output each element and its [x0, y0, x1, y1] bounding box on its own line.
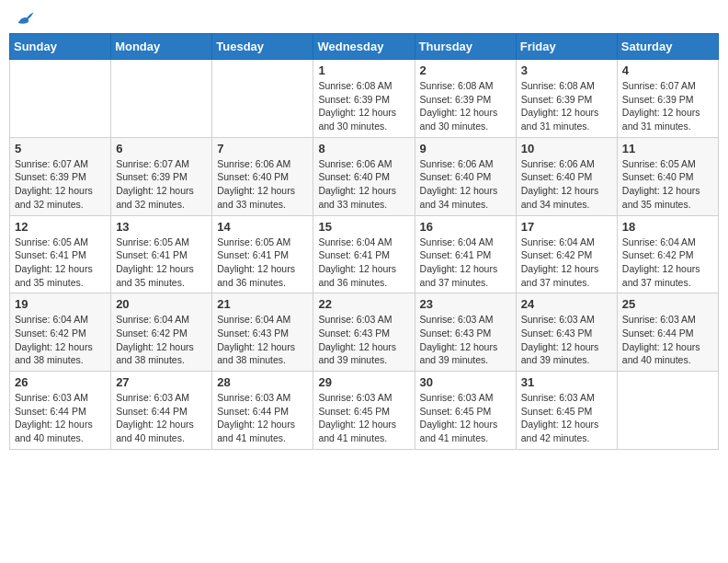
cell-content: Sunrise: 6:03 AMSunset: 6:44 PMDaylight:… — [217, 391, 308, 445]
calendar-cell — [10, 60, 111, 138]
day-number: 20 — [116, 297, 207, 311]
day-number: 13 — [116, 220, 207, 234]
calendar-cell: 15Sunrise: 6:04 AMSunset: 6:41 PMDayligh… — [313, 215, 415, 293]
logo — [13, 9, 35, 26]
calendar-cell: 2Sunrise: 6:08 AMSunset: 6:39 PMDaylight… — [415, 60, 516, 138]
calendar-cell: 21Sunrise: 6:04 AMSunset: 6:43 PMDayligh… — [212, 293, 313, 372]
cell-content: Sunrise: 6:03 AMSunset: 6:44 PMDaylight:… — [116, 391, 207, 445]
day-number: 27 — [116, 375, 207, 389]
header-sunday: Sunday — [10, 34, 111, 60]
header-tuesday: Tuesday — [212, 34, 313, 60]
cell-content: Sunrise: 6:06 AMSunset: 6:40 PMDaylight:… — [420, 157, 511, 212]
day-number: 9 — [420, 142, 511, 155]
header-saturday: Saturday — [617, 34, 718, 60]
cell-content: Sunrise: 6:04 AMSunset: 6:41 PMDaylight:… — [318, 236, 409, 290]
cell-content: Sunrise: 6:03 AMSunset: 6:45 PMDaylight:… — [318, 391, 409, 445]
day-number: 15 — [318, 220, 409, 234]
calendar-cell: 5Sunrise: 6:07 AMSunset: 6:39 PMDaylight… — [10, 137, 111, 215]
cell-content: Sunrise: 6:05 AMSunset: 6:41 PMDaylight:… — [116, 236, 207, 290]
cell-content: Sunrise: 6:04 AMSunset: 6:42 PMDaylight:… — [116, 313, 207, 367]
cell-content: Sunrise: 6:07 AMSunset: 6:39 PMDaylight:… — [622, 79, 713, 133]
calendar-week-row: 19Sunrise: 6:04 AMSunset: 6:42 PMDayligh… — [10, 293, 719, 372]
cell-content: Sunrise: 6:05 AMSunset: 6:41 PMDaylight:… — [217, 236, 308, 290]
calendar-cell: 20Sunrise: 6:04 AMSunset: 6:42 PMDayligh… — [111, 293, 212, 372]
cell-content: Sunrise: 6:03 AMSunset: 6:45 PMDaylight:… — [420, 391, 511, 445]
cell-content: Sunrise: 6:06 AMSunset: 6:40 PMDaylight:… — [521, 157, 612, 212]
calendar-cell: 18Sunrise: 6:04 AMSunset: 6:42 PMDayligh… — [617, 215, 718, 293]
cell-content: Sunrise: 6:08 AMSunset: 6:39 PMDaylight:… — [318, 79, 409, 133]
header-wednesday: Wednesday — [313, 34, 415, 60]
day-number: 22 — [318, 297, 409, 311]
cell-content: Sunrise: 6:07 AMSunset: 6:39 PMDaylight:… — [116, 157, 207, 212]
calendar-cell: 10Sunrise: 6:06 AMSunset: 6:40 PMDayligh… — [516, 137, 617, 215]
day-number: 17 — [521, 220, 612, 234]
day-number: 30 — [420, 375, 511, 389]
day-number: 7 — [217, 142, 308, 155]
cell-content: Sunrise: 6:05 AMSunset: 6:40 PMDaylight:… — [622, 157, 713, 212]
day-number: 21 — [217, 297, 308, 311]
calendar-cell: 6Sunrise: 6:07 AMSunset: 6:39 PMDaylight… — [111, 137, 212, 215]
calendar-cell — [111, 60, 212, 138]
day-number: 10 — [521, 142, 612, 155]
logo-bird-icon — [15, 9, 35, 29]
day-number: 2 — [420, 63, 511, 77]
cell-content: Sunrise: 6:03 AMSunset: 6:45 PMDaylight:… — [521, 391, 612, 445]
calendar-cell: 16Sunrise: 6:04 AMSunset: 6:41 PMDayligh… — [415, 215, 516, 293]
calendar-cell: 14Sunrise: 6:05 AMSunset: 6:41 PMDayligh… — [212, 215, 313, 293]
cell-content: Sunrise: 6:03 AMSunset: 6:44 PMDaylight:… — [622, 313, 713, 367]
cell-content: Sunrise: 6:04 AMSunset: 6:42 PMDaylight:… — [622, 236, 713, 290]
day-number: 5 — [15, 142, 106, 155]
calendar-cell: 17Sunrise: 6:04 AMSunset: 6:42 PMDayligh… — [516, 215, 617, 293]
day-number: 6 — [116, 142, 207, 155]
calendar-cell: 29Sunrise: 6:03 AMSunset: 6:45 PMDayligh… — [313, 372, 415, 450]
calendar-cell: 13Sunrise: 6:05 AMSunset: 6:41 PMDayligh… — [111, 215, 212, 293]
day-number: 29 — [318, 375, 409, 389]
calendar-week-row: 12Sunrise: 6:05 AMSunset: 6:41 PMDayligh… — [10, 215, 719, 293]
calendar-header-row: SundayMondayTuesdayWednesdayThursdayFrid… — [10, 34, 719, 60]
calendar-cell: 19Sunrise: 6:04 AMSunset: 6:42 PMDayligh… — [10, 293, 111, 372]
cell-content: Sunrise: 6:04 AMSunset: 6:41 PMDaylight:… — [420, 236, 511, 290]
calendar-cell: 4Sunrise: 6:07 AMSunset: 6:39 PMDaylight… — [617, 60, 718, 138]
day-number: 14 — [217, 220, 308, 234]
calendar-week-row: 5Sunrise: 6:07 AMSunset: 6:39 PMDaylight… — [10, 137, 719, 215]
cell-content: Sunrise: 6:06 AMSunset: 6:40 PMDaylight:… — [217, 157, 308, 212]
calendar-cell: 30Sunrise: 6:03 AMSunset: 6:45 PMDayligh… — [415, 372, 516, 450]
day-number: 23 — [420, 297, 511, 311]
day-number: 28 — [217, 375, 308, 389]
calendar-cell: 9Sunrise: 6:06 AMSunset: 6:40 PMDaylight… — [415, 137, 516, 215]
cell-content: Sunrise: 6:03 AMSunset: 6:43 PMDaylight:… — [318, 313, 409, 367]
cell-content: Sunrise: 6:03 AMSunset: 6:43 PMDaylight:… — [521, 313, 612, 367]
cell-content: Sunrise: 6:04 AMSunset: 6:42 PMDaylight:… — [15, 313, 106, 367]
calendar-cell: 3Sunrise: 6:08 AMSunset: 6:39 PMDaylight… — [516, 60, 617, 138]
header-monday: Monday — [111, 34, 212, 60]
calendar-cell: 28Sunrise: 6:03 AMSunset: 6:44 PMDayligh… — [212, 372, 313, 450]
calendar-cell — [212, 60, 313, 138]
day-number: 12 — [15, 220, 106, 234]
page-header — [9, 9, 719, 26]
day-number: 31 — [521, 375, 612, 389]
day-number: 8 — [318, 142, 409, 155]
calendar-cell: 31Sunrise: 6:03 AMSunset: 6:45 PMDayligh… — [516, 372, 617, 450]
day-number: 25 — [622, 297, 713, 311]
calendar-table: SundayMondayTuesdayWednesdayThursdayFrid… — [9, 33, 719, 450]
day-number: 16 — [420, 220, 511, 234]
calendar-cell: 27Sunrise: 6:03 AMSunset: 6:44 PMDayligh… — [111, 372, 212, 450]
calendar-cell: 22Sunrise: 6:03 AMSunset: 6:43 PMDayligh… — [313, 293, 415, 372]
day-number: 24 — [521, 297, 612, 311]
cell-content: Sunrise: 6:08 AMSunset: 6:39 PMDaylight:… — [420, 79, 511, 133]
cell-content: Sunrise: 6:05 AMSunset: 6:41 PMDaylight:… — [15, 236, 106, 290]
calendar-cell: 23Sunrise: 6:03 AMSunset: 6:43 PMDayligh… — [415, 293, 516, 372]
day-number: 3 — [521, 63, 612, 77]
calendar-cell — [617, 372, 718, 450]
cell-content: Sunrise: 6:06 AMSunset: 6:40 PMDaylight:… — [318, 157, 409, 212]
day-number: 1 — [318, 63, 409, 77]
calendar-cell: 11Sunrise: 6:05 AMSunset: 6:40 PMDayligh… — [617, 137, 718, 215]
cell-content: Sunrise: 6:03 AMSunset: 6:43 PMDaylight:… — [420, 313, 511, 367]
cell-content: Sunrise: 6:07 AMSunset: 6:39 PMDaylight:… — [15, 157, 106, 212]
header-friday: Friday — [516, 34, 617, 60]
day-number: 4 — [622, 63, 713, 77]
cell-content: Sunrise: 6:04 AMSunset: 6:42 PMDaylight:… — [521, 236, 612, 290]
day-number: 18 — [622, 220, 713, 234]
calendar-cell: 1Sunrise: 6:08 AMSunset: 6:39 PMDaylight… — [313, 60, 415, 138]
calendar-cell: 7Sunrise: 6:06 AMSunset: 6:40 PMDaylight… — [212, 137, 313, 215]
